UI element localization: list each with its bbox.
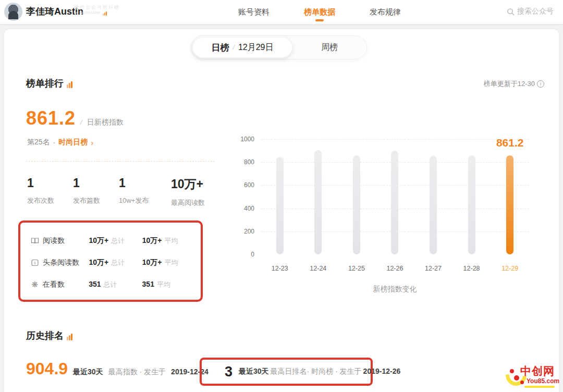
metric-avg-value: 10万+	[142, 236, 162, 244]
metric-avg-label: 平均	[164, 237, 178, 244]
chart-y-tick-label: 400	[234, 205, 254, 212]
metric-total-value: 351	[89, 280, 101, 288]
index-trend-chart: 02004006008001000 861.2 12-2312-2412-251…	[234, 130, 538, 302]
read-icon	[31, 236, 39, 246]
stat-10w-publish: 1 10w+发布	[119, 176, 157, 207]
highest-index-row: 904.9 最近30天 最高指数 · 发生于 2019-12-24	[26, 359, 209, 378]
chart-bar-column	[346, 139, 367, 254]
stat-label: 发布篇数	[73, 196, 105, 205]
metric-avg-label: 平均	[164, 259, 178, 266]
metric-avg-value: 351	[142, 280, 154, 288]
stat-value: 1	[73, 176, 105, 190]
metric-total-cell: 10万+总计	[89, 258, 142, 267]
main-content-card: 日榜 / 12月29日 周榜 榜单排行 榜单更新于12-30 i 861.2 /…	[4, 29, 559, 392]
watermark-dot	[520, 381, 524, 384]
highest-rank-value: 3	[225, 364, 232, 380]
watermark-site-url: You85.com	[527, 377, 559, 385]
metric-total-cell: 351总计	[89, 280, 142, 289]
metric-label: 头条阅读数	[43, 258, 89, 267]
rank-dot: ·	[53, 138, 56, 146]
metric-total-label: 总计	[111, 259, 125, 266]
metric-row-headline-reads: 1 头条阅读数 10万+总计 10万+平均	[31, 252, 195, 274]
highest-index-text: 最高指数 · 发生于	[108, 368, 166, 377]
chart-bar-column	[423, 139, 444, 254]
rank-position-row: 第25名 · 时尚日榜 ›	[27, 138, 93, 147]
tab-daily-ranking[interactable]: 日榜 / 12月29日	[192, 37, 292, 58]
highest-rank-text: 最高日排名· 时尚榜 · 发生于	[271, 367, 362, 376]
stat-label: 发布次数	[27, 196, 59, 205]
metric-avg-cell: 10万+平均	[142, 258, 195, 267]
metric-avg-label: 平均	[157, 280, 170, 288]
ranking-updated-label: 榜单更新于12-30	[484, 79, 535, 89]
svg-text:1: 1	[34, 261, 36, 265]
metric-total-value: 10万+	[89, 258, 108, 266]
stat-value: 10万+	[171, 176, 205, 192]
tab-daily-label: 日榜	[212, 42, 229, 54]
stat-publish-times: 1 发布次数	[27, 176, 59, 207]
chart-bar	[468, 155, 475, 254]
history-section-title: 历史排名	[26, 329, 72, 342]
search-icon	[507, 8, 515, 16]
chevron-right-icon[interactable]: ›	[91, 138, 93, 147]
metric-row-reads: 阅读数 10万+总计 10万+平均	[31, 230, 195, 252]
chart-bar	[430, 156, 437, 254]
chart-bar-column	[384, 139, 405, 254]
metric-total-value: 10万+	[89, 236, 108, 244]
chart-y-tick-label: 0	[234, 251, 254, 258]
ranking-updated-text: 榜单更新于12-30 i	[484, 79, 544, 89]
chart-y-tick-label: 600	[234, 181, 254, 189]
nav-publish-pattern[interactable]: 发布规律	[369, 0, 402, 24]
chart-x-tick-label: 12-24	[308, 265, 328, 272]
nav-ranking-data[interactable]: 榜单数据	[303, 0, 336, 24]
ranking-section-title: 榜单排行	[26, 77, 72, 90]
newrank-logo-sub: by NEWRANK	[74, 10, 101, 16]
section-bars-icon	[67, 334, 72, 342]
stat-label: 最高阅读数	[171, 198, 205, 207]
chart-x-tick-label: 12-23	[270, 265, 290, 272]
account-avatar[interactable]	[4, 3, 22, 21]
highest-rank-prefix: 最近30天	[239, 367, 269, 376]
chart-bar-column	[308, 139, 328, 254]
chart-x-tick-label: 12-29	[499, 265, 520, 272]
chart-highlight-value-label: 861.2	[496, 137, 524, 149]
chart-bars-area: 861.2	[261, 139, 529, 254]
metric-total-cell: 10万+总计	[89, 236, 142, 246]
chart-bar-highlighted	[506, 155, 513, 254]
highest-index-value: 904.9	[26, 359, 68, 378]
chart-x-tick-label: 12-28	[461, 265, 482, 272]
chart-bar	[353, 155, 360, 254]
nav-account-profile[interactable]: 账号资料	[237, 0, 271, 24]
stat-label: 10w+发布	[119, 196, 157, 205]
highest-rank-date: 2019-12-26	[363, 367, 401, 375]
chart-x-axis-labels: 12-2312-2412-2512-2612-2712-2812-29	[261, 265, 529, 272]
chart-bar-column	[270, 139, 290, 254]
info-icon[interactable]: i	[537, 80, 544, 88]
rank-list-link[interactable]: 时尚日榜	[58, 138, 88, 147]
chart-caption: 新榜指数变化	[261, 285, 529, 294]
ranking-period-tabs: 日榜 / 12月29日 周榜	[191, 35, 367, 59]
metric-label: 阅读数	[43, 236, 89, 246]
watermark-dot	[510, 369, 514, 373]
metric-label: 在看数	[43, 280, 89, 289]
main-nav: 账号资料 榜单数据 发布规律	[237, 0, 402, 24]
daily-index-label: 日新榜指数	[87, 118, 124, 127]
chart-x-tick-label: 12-27	[423, 265, 444, 272]
metric-row-wow: ❋ 在看数 351总计 351平均	[31, 274, 195, 296]
stat-value: 1	[27, 176, 59, 190]
daily-index-separator: /	[80, 118, 82, 126]
chart-bar	[391, 151, 398, 254]
stat-value: 1	[119, 176, 157, 190]
dashed-divider	[26, 161, 215, 162]
metrics-table: 阅读数 10万+总计 10万+平均 1 头条阅读数 10万+总计 10万+平均 …	[31, 230, 195, 296]
tab-weekly-ranking[interactable]: 周榜	[292, 36, 366, 59]
stat-publish-articles: 1 发布篇数	[73, 176, 105, 207]
tab-daily-date: 12月29日	[238, 42, 274, 53]
metric-total-label: 总计	[111, 237, 125, 244]
newrank-logo: 微信公众号排行榜 by NEWRANK	[74, 5, 120, 16]
headline-read-icon: 1	[31, 258, 39, 267]
watermark-underline	[524, 386, 555, 388]
chart-bar	[276, 157, 284, 254]
tab-separator: /	[233, 44, 235, 51]
search-box[interactable]: 搜索公众号	[507, 7, 554, 16]
chart-y-tick-label: 800	[234, 158, 254, 166]
